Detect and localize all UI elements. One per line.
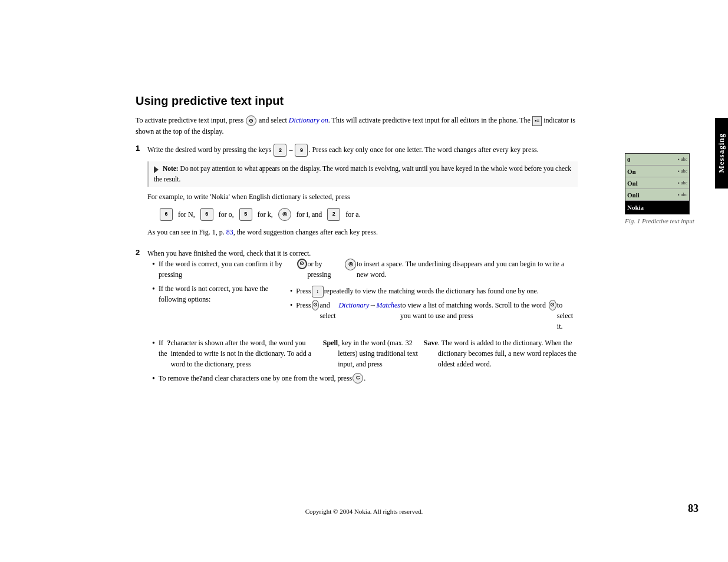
- dictionary-link[interactable]: Dictionary: [338, 300, 369, 310]
- space-key-icon: ◎: [345, 259, 356, 270]
- figure-row-onl: Onl ▪ abc: [625, 177, 689, 189]
- step-2-number: 2: [136, 248, 147, 388]
- intro-paragraph: To activate predictive text input, press…: [136, 115, 578, 137]
- example-intro-text: For example, to write 'Nokia' when Engli…: [147, 191, 578, 202]
- as-you-can-see-text: As you can see in Fig. 1, p. 83, the wor…: [147, 227, 578, 237]
- note-box: Note: Do not pay attention to what appea…: [147, 161, 578, 187]
- page-container: Messaging 0 ▪ abc On ▪ abc Onl ▪ abc Onl…: [0, 0, 728, 562]
- bullet-remove-question: To remove the ? and clear characters one…: [152, 373, 578, 385]
- figure-row-onli: Onli ▪ abc: [625, 189, 689, 201]
- bullet-question-mark: If the ? character is shown after the wo…: [152, 338, 578, 369]
- figure-container: 0 ▪ abc On ▪ abc Onl ▪ abc Onli ▪ abc No…: [625, 153, 696, 225]
- note-label: Note:: [163, 165, 179, 172]
- key-6-o-icon: 6: [200, 208, 213, 221]
- bullet-correct: If the word is correct, you can confirm …: [152, 259, 578, 280]
- sub-option-scroll: Press ↕ repeatedly to view the matching …: [290, 286, 578, 297]
- sub-options-list: Press ↕ repeatedly to view the matching …: [281, 286, 578, 334]
- side-tab: Messaging: [715, 118, 728, 189]
- key-6-n-icon: 6: [160, 208, 173, 221]
- step-2-content: When you have finished the word, check t…: [147, 248, 578, 388]
- indicator-icon: ▪≡: [532, 116, 542, 127]
- main-content: Using predictive text input To activate …: [136, 94, 578, 394]
- key-2-a-icon: 2: [327, 208, 340, 221]
- step-1-number: 1: [136, 144, 147, 242]
- figure-screen: 0 ▪ abc On ▪ abc Onl ▪ abc Onli ▪ abc No…: [625, 153, 690, 214]
- figure-row-0: 0 ▪ abc: [625, 154, 689, 166]
- select-key-icon: ⊙: [549, 300, 556, 310]
- step-1: 1 Write the desired word by pressing the…: [136, 144, 578, 242]
- step-2-bullet-list: If the word is correct, you can confirm …: [147, 259, 578, 385]
- key-9-icon: 9: [295, 144, 308, 157]
- figure-row-on: On ▪ abc: [625, 166, 689, 177]
- section-title: Using predictive text input: [136, 94, 578, 108]
- page-number: 83: [688, 503, 699, 515]
- matches-link[interactable]: Matches: [376, 300, 400, 310]
- bullet-not-correct: If the word is not correct, you have the…: [152, 283, 578, 334]
- copyright-text: Copyright © 2004 Nokia. All rights reser…: [305, 508, 423, 515]
- figure-row-nokia: Nokia: [625, 201, 689, 214]
- key-2-icon: 2: [274, 144, 286, 157]
- nokia-key-row: 6 for N, 6 for o, 5 for k, ◎ for i, and …: [147, 208, 578, 221]
- ok-key-icon: ⊙: [297, 259, 307, 269]
- menu-key-icon: ⊙: [246, 115, 256, 126]
- key-4-i-icon: ◎: [278, 208, 291, 221]
- clear-key-icon: C: [353, 373, 363, 384]
- dictionary-on-link[interactable]: Dictionary on: [289, 116, 328, 124]
- step-1-content: Write the desired word by pressing the k…: [147, 144, 578, 242]
- menu-key2-icon: ⊙: [312, 300, 319, 310]
- page-83-link[interactable]: 83: [226, 228, 233, 236]
- key-5-k-icon: 5: [239, 208, 252, 221]
- figure-caption: Fig. 1 Predictive text input: [625, 217, 696, 225]
- note-arrow-icon: [154, 166, 159, 173]
- side-tab-label: Messaging: [717, 133, 726, 173]
- sub-option-matches: Press ⊙ and select Dictionary → Matches …: [290, 300, 578, 332]
- step-2: 2 When you have finished the word, check…: [136, 248, 578, 388]
- scroll-key-icon: ↕: [312, 286, 324, 297]
